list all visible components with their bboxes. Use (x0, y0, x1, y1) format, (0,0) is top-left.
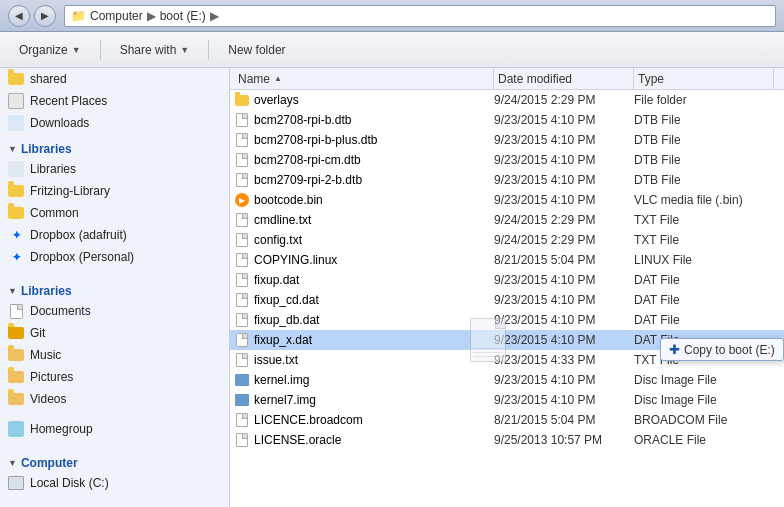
file-name: LICENSE.oracle (254, 433, 494, 447)
file-name: config.txt (254, 233, 494, 247)
organize-label: Organize (19, 43, 68, 57)
sidebar-item-homegroup[interactable]: Homegroup (0, 418, 213, 440)
libraries-subsection[interactable]: ▼ Libraries (0, 276, 213, 300)
sidebar: shared Recent Places Downloads ▼ Librari… (0, 68, 230, 507)
sidebar-item-pictures[interactable]: Pictures (0, 366, 213, 388)
sidebar-label-documents: Documents (30, 304, 91, 318)
sidebar-item-common[interactable]: Common (0, 202, 213, 224)
file-type: DTB File (634, 173, 774, 187)
new-folder-button[interactable]: New folder (217, 37, 296, 63)
fritzing-icon (8, 183, 24, 199)
recent-icon (8, 93, 24, 109)
table-row[interactable]: bcm2709-rpi-2-b.dtb9/23/2015 4:10 PMDTB … (230, 170, 784, 190)
file-date: 9/25/2013 10:57 PM (494, 433, 634, 447)
common-icon (8, 205, 24, 221)
file-date: 9/23/2015 4:10 PM (494, 373, 634, 387)
file-name: issue.txt (254, 353, 494, 367)
address-folder-icon: 📁 (71, 9, 86, 23)
music-icon (8, 347, 24, 363)
file-date: 9/23/2015 4:10 PM (494, 333, 634, 347)
col-date-label: Date modified (498, 72, 572, 86)
computer-arrow: ▼ (8, 458, 17, 468)
dropbox-personal-icon: ✦ (8, 249, 24, 265)
file-icon (234, 172, 250, 188)
sidebar-label-shared: shared (30, 72, 67, 86)
file-name: kernel7.img (254, 393, 494, 407)
libraries-icon (8, 161, 24, 177)
file-date: 8/21/2015 5:04 PM (494, 253, 634, 267)
file-name: bcm2708-rpi-b.dtb (254, 113, 494, 127)
table-row[interactable]: fixup_cd.dat9/23/2015 4:10 PMDAT File (230, 290, 784, 310)
col-header-name[interactable]: Name ▲ (234, 68, 494, 89)
file-icon (234, 212, 250, 228)
sidebar-item-dropbox-personal[interactable]: ✦ Dropbox (Personal) (0, 246, 213, 268)
table-row[interactable]: bcm2708-rpi-b-plus.dtb9/23/2015 4:10 PMD… (230, 130, 784, 150)
table-row[interactable]: bcm2708-rpi-b.dtb9/23/2015 4:10 PMDTB Fi… (230, 110, 784, 130)
address-part-drive[interactable]: boot (E:) (160, 9, 206, 23)
file-date: 9/23/2015 4:33 PM (494, 353, 634, 367)
sidebar-label-libraries: Libraries (30, 162, 76, 176)
table-row[interactable]: issue.txt9/23/2015 4:33 PMTXT File (230, 350, 784, 370)
file-type: Disc Image File (634, 393, 774, 407)
sidebar-item-git[interactable]: Git (0, 322, 213, 344)
file-icon (234, 252, 250, 268)
table-row[interactable]: cmdline.txt9/24/2015 2:29 PMTXT File (230, 210, 784, 230)
sidebar-item-fritzing[interactable]: Fritzing-Library (0, 180, 213, 202)
file-date: 9/23/2015 4:10 PM (494, 153, 634, 167)
libraries-section[interactable]: ▼ Libraries (0, 134, 213, 158)
table-row[interactable]: LICENSE.oracle9/25/2013 10:57 PMORACLE F… (230, 430, 784, 450)
col-header-date[interactable]: Date modified (494, 68, 634, 89)
file-name: cmdline.txt (254, 213, 494, 227)
table-row[interactable]: fixup_db.dat9/23/2015 4:10 PMDAT File (230, 310, 784, 330)
table-row[interactable]: fixup_x.dat9/23/2015 4:10 PMDAT File (230, 330, 784, 350)
file-type: DAT File (634, 293, 774, 307)
table-row[interactable]: kernel.img9/23/2015 4:10 PMDisc Image Fi… (230, 370, 784, 390)
file-name: fixup_x.dat (254, 333, 494, 347)
sidebar-item-recent-places[interactable]: Recent Places (0, 90, 213, 112)
file-name: fixup_cd.dat (254, 293, 494, 307)
file-list[interactable]: overlays9/24/2015 2:29 PMFile folderbcm2… (230, 90, 784, 507)
folder-icon (8, 71, 24, 87)
toolbar-sep-2 (208, 40, 209, 60)
sidebar-item-dropbox-adafruit[interactable]: ✦ Dropbox (adafruit) (0, 224, 213, 246)
sidebar-item-documents[interactable]: Documents (0, 300, 213, 322)
file-date: 9/23/2015 4:10 PM (494, 273, 634, 287)
table-row[interactable]: ▶bootcode.bin9/23/2015 4:10 PMVLC media … (230, 190, 784, 210)
table-row[interactable]: fixup.dat9/23/2015 4:10 PMDAT File (230, 270, 784, 290)
table-row[interactable]: LICENCE.broadcom8/21/2015 5:04 PMBROADCO… (230, 410, 784, 430)
file-date: 9/23/2015 4:10 PM (494, 193, 634, 207)
computer-label: Computer (21, 456, 78, 470)
file-date: 9/24/2015 2:29 PM (494, 233, 634, 247)
sidebar-item-shared[interactable]: shared (0, 68, 213, 90)
computer-section[interactable]: ▼ Computer (0, 448, 213, 472)
back-button[interactable]: ◀ (8, 5, 30, 27)
col-header-type[interactable]: Type (634, 68, 774, 89)
file-date: 9/23/2015 4:10 PM (494, 313, 634, 327)
organize-button[interactable]: Organize ▼ (8, 37, 92, 63)
file-type: DTB File (634, 113, 774, 127)
sidebar-item-local-disk[interactable]: Local Disk (C:) (0, 472, 213, 494)
git-icon (8, 325, 24, 341)
sidebar-item-videos[interactable]: Videos (0, 388, 213, 410)
file-icon (234, 272, 250, 288)
table-row[interactable]: COPYING.linux8/21/2015 5:04 PMLINUX File (230, 250, 784, 270)
address-bar[interactable]: 📁 Computer ▶ boot (E:) ▶ (64, 5, 776, 27)
sort-indicator: ▲ (274, 74, 282, 83)
main-layout: shared Recent Places Downloads ▼ Librari… (0, 68, 784, 507)
new-folder-label: New folder (228, 43, 285, 57)
videos-icon (8, 391, 24, 407)
documents-icon (8, 303, 24, 319)
table-row[interactable]: config.txt9/24/2015 2:29 PMTXT File (230, 230, 784, 250)
table-row[interactable]: overlays9/24/2015 2:29 PMFile folder (230, 90, 784, 110)
sidebar-item-music[interactable]: Music (0, 344, 213, 366)
share-with-button[interactable]: Share with ▼ (109, 37, 201, 63)
file-date: 9/23/2015 4:10 PM (494, 113, 634, 127)
address-part-computer[interactable]: Computer (90, 9, 143, 23)
table-row[interactable]: bcm2708-rpi-cm.dtb9/23/2015 4:10 PMDTB F… (230, 150, 784, 170)
sidebar-item-libraries[interactable]: Libraries (0, 158, 213, 180)
table-row[interactable]: kernel7.img9/23/2015 4:10 PMDisc Image F… (230, 390, 784, 410)
file-type: BROADCOM File (634, 413, 774, 427)
sidebar-item-downloads[interactable]: Downloads (0, 112, 213, 134)
forward-button[interactable]: ▶ (34, 5, 56, 27)
file-date: 9/24/2015 2:29 PM (494, 93, 634, 107)
